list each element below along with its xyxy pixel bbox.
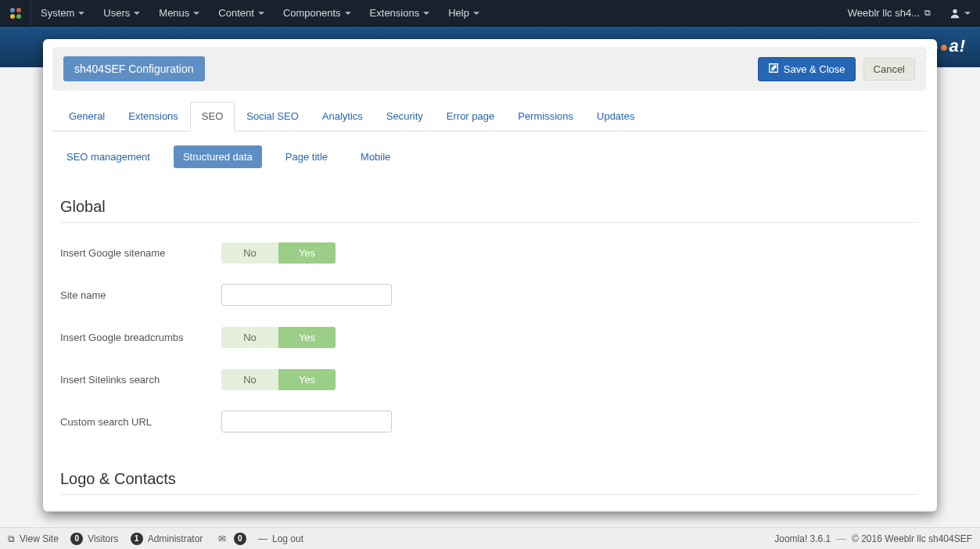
tab-security[interactable]: Security	[375, 102, 435, 131]
svg-point-2	[10, 14, 15, 19]
input-custom-search-url[interactable]	[221, 411, 392, 432]
toggle-insert-sitelinks[interactable]: No Yes	[221, 369, 336, 390]
field-insert-breadcrumbs: Insert Google breadcrumbs No Yes	[60, 321, 918, 353]
toggle-insert-sitename[interactable]: No Yes	[221, 242, 336, 264]
external-link-icon: ⧉	[8, 533, 15, 544]
section-global: Global Insert Google sitename No Yes Sit…	[52, 184, 926, 456]
menu-extensions[interactable]: Extensions	[361, 0, 440, 26]
svg-point-3	[16, 14, 21, 19]
visitors-count: 0	[70, 533, 83, 545]
toggle-yes[interactable]: Yes	[278, 242, 336, 264]
toggle-no[interactable]: No	[221, 369, 278, 390]
modal-header: sh404SEF Configuration Save & Close Canc…	[52, 47, 926, 91]
save-close-label: Save & Close	[784, 63, 845, 75]
toggle-no[interactable]: No	[221, 327, 278, 348]
toggle-no[interactable]: No	[221, 242, 278, 264]
toggle-insert-breadcrumbs[interactable]: No Yes	[221, 327, 336, 348]
config-modal: × sh404SEF Configuration Save & Close Ca…	[43, 39, 937, 511]
visitors-label: Visitors	[88, 533, 118, 544]
field-site-name: Site name	[60, 279, 918, 310]
edit-icon	[768, 63, 779, 76]
cancel-button[interactable]: Cancel	[863, 58, 915, 81]
toggle-yes[interactable]: Yes	[278, 369, 336, 390]
tab-permissions[interactable]: Permissions	[506, 102, 585, 131]
view-site-link[interactable]: View Site	[20, 533, 59, 544]
field-insert-sitename: Insert Google sitename No Yes	[60, 237, 918, 268]
logout-link[interactable]: Log out	[272, 533, 303, 544]
joomla-version: Joomla! 3.6.1	[774, 533, 831, 544]
minus-icon: —	[258, 533, 267, 544]
field-custom-search-url: Custom search URL	[60, 406, 918, 437]
cancel-label: Cancel	[874, 63, 905, 75]
menu-help[interactable]: Help	[439, 0, 489, 26]
copyright: © 2016 Weeblr llc sh404SEF	[852, 533, 972, 544]
section-global-title: Global	[60, 192, 918, 223]
messages-count: 0	[234, 533, 246, 545]
admin-label: Administrator	[148, 533, 203, 544]
tab-analytics[interactable]: Analytics	[311, 102, 375, 131]
svg-point-4	[953, 9, 957, 13]
menu-components[interactable]: Components	[274, 0, 361, 26]
tab-general[interactable]: General	[57, 102, 117, 131]
envelope-icon: ✉	[218, 533, 226, 544]
input-site-name[interactable]	[221, 284, 392, 306]
tab-social-seo[interactable]: Social SEO	[235, 102, 310, 131]
tab-error-page[interactable]: Error page	[435, 102, 506, 131]
main-tab-bar: General Extensions SEO Social SEO Analyt…	[52, 102, 926, 131]
label-custom-search-url: Custom search URL	[60, 416, 221, 428]
status-bar: ⧉ View Site 0 Visitors 1 Administrator ✉…	[0, 527, 980, 549]
pill-page-title[interactable]: Page title	[276, 145, 337, 168]
section-logo-contacts: Logo & Contacts	[52, 456, 926, 504]
joomla-logo-icon	[9, 7, 22, 20]
pill-mobile[interactable]: Mobile	[351, 145, 400, 168]
field-insert-sitelinks: Insert Sitelinks search No Yes	[60, 364, 918, 395]
label-insert-sitename: Insert Google sitename	[60, 247, 221, 259]
svg-point-1	[16, 8, 21, 13]
admin-count: 1	[131, 533, 143, 545]
user-menu[interactable]	[940, 0, 980, 26]
menu-users[interactable]: Users	[94, 0, 149, 26]
pill-structured-data[interactable]: Structured data	[174, 145, 262, 168]
label-site-name: Site name	[60, 289, 221, 301]
svg-point-0	[10, 8, 15, 13]
label-insert-breadcrumbs: Insert Google breadcrumbs	[60, 332, 221, 343]
separator: —	[837, 533, 846, 544]
pill-seo-management[interactable]: SEO management	[57, 145, 160, 168]
menu-content[interactable]: Content	[209, 0, 274, 26]
external-link-icon: ⧉	[924, 8, 931, 18]
save-close-button[interactable]: Save & Close	[758, 57, 856, 81]
menu-system[interactable]: System	[31, 0, 94, 26]
site-link-label: Weeblr llc sh4...	[848, 7, 920, 19]
tab-extensions[interactable]: Extensions	[117, 102, 190, 131]
admin-top-nav: System Users Menus Content Components Ex…	[0, 0, 980, 27]
tab-updates[interactable]: Updates	[585, 102, 646, 131]
tab-seo[interactable]: SEO	[190, 102, 235, 131]
modal-title: sh404SEF Configuration	[63, 56, 205, 81]
menu-menus[interactable]: Menus	[149, 0, 209, 26]
user-icon	[949, 8, 960, 19]
label-insert-sitelinks: Insert Sitelinks search	[60, 374, 221, 386]
site-link[interactable]: Weeblr llc sh4... ⧉	[838, 0, 940, 26]
toggle-yes[interactable]: Yes	[278, 327, 336, 348]
sub-pill-bar: SEO management Structured data Page titl…	[52, 131, 926, 184]
section-logo-title: Logo & Contacts	[60, 464, 918, 495]
joomla-icon[interactable]	[0, 0, 31, 26]
